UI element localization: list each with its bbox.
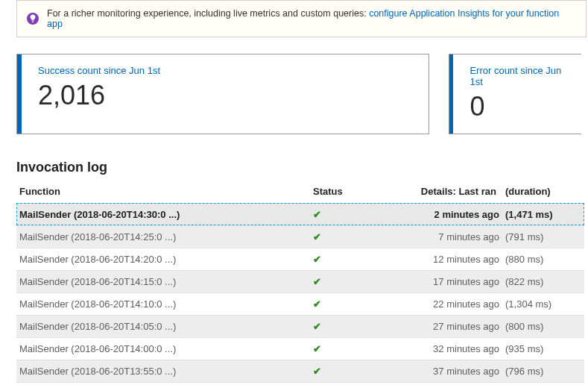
cell-duration: (796 ms) <box>502 360 584 382</box>
check-icon: ✔ <box>313 366 321 377</box>
cell-function: MailSender (2018-06-20T14:30:0 ...) <box>16 203 310 225</box>
check-icon: ✔ <box>313 276 321 287</box>
cell-duration: (935 ms) <box>502 337 584 360</box>
cell-duration: (791 ms) <box>502 225 584 248</box>
svg-rect-1 <box>32 20 34 21</box>
check-icon: ✔ <box>313 298 321 310</box>
table-row[interactable]: MailSender (2018-06-20T14:25:0 ...)✔7 mi… <box>16 225 584 248</box>
cell-function: MailSender (2018-06-20T14:00:0 ...) <box>16 337 310 360</box>
header-last-ran[interactable]: Details: Last ran <box>359 181 502 204</box>
cell-last-ran: 17 minutes ago <box>359 270 502 292</box>
cell-status: ✔ <box>310 315 359 337</box>
cell-status: ✔ <box>310 337 359 360</box>
cell-function: MailSender (2018-06-20T14:10:0 ...) <box>16 292 310 315</box>
cell-last-ran: 27 minutes ago <box>359 315 502 337</box>
cell-status: ✔ <box>310 382 359 385</box>
cell-status: ✔ <box>310 248 359 270</box>
check-icon: ✔ <box>313 321 321 332</box>
check-icon: ✔ <box>313 209 321 220</box>
success-count-label: Success count since Jun 1st <box>38 65 160 76</box>
cell-duration: (800 ms) <box>502 315 584 337</box>
cell-last-ran: 32 minutes ago <box>359 337 502 360</box>
cell-last-ran: 42 minutes ago <box>359 382 502 385</box>
success-count-card[interactable]: Success count since Jun 1st 2,016 <box>16 54 429 134</box>
table-row[interactable]: MailSender (2018-06-20T14:00:0 ...)✔32 m… <box>16 337 584 360</box>
cell-status: ✔ <box>310 225 359 248</box>
check-icon: ✔ <box>313 343 321 354</box>
error-count-card[interactable]: Error count since Jun 1st 0 <box>449 54 581 134</box>
table-row[interactable]: MailSender (2018-06-20T14:20:0 ...)✔12 m… <box>16 248 584 270</box>
cell-function: MailSender (2018-06-20T14:25:0 ...) <box>16 225 310 248</box>
cell-duration: (1,471 ms) <box>502 203 584 225</box>
banner-message: For a richer monitoring experience, incl… <box>47 8 369 19</box>
error-count-value: 0 <box>470 92 566 122</box>
cell-duration: (822 ms) <box>502 270 584 292</box>
table-row[interactable]: MailSender (2018-06-20T14:15:0 ...)✔17 m… <box>16 270 584 292</box>
cell-status: ✔ <box>310 203 359 225</box>
cell-duration: (1,304 ms) <box>502 292 584 315</box>
table-row[interactable]: MailSender (2018-06-20T14:10:0 ...)✔22 m… <box>16 292 584 315</box>
lightbulb-icon <box>26 12 39 25</box>
table-row[interactable]: MailSender (2018-06-20T14:30:0 ...)✔2 mi… <box>16 203 584 225</box>
table-row[interactable]: MailSender (2018-06-20T14:05:0 ...)✔27 m… <box>16 315 584 337</box>
cell-last-ran: 2 minutes ago <box>359 203 502 225</box>
invocation-log-table: Function Status Details: Last ran (durat… <box>16 181 584 385</box>
cell-function: MailSender (2018-06-20T14:05:0 ...) <box>16 315 310 337</box>
cell-status: ✔ <box>310 292 359 315</box>
cell-last-ran: 22 minutes ago <box>359 292 502 315</box>
cell-duration: (880 ms) <box>502 248 584 270</box>
cell-last-ran: 12 minutes ago <box>359 248 502 270</box>
banner-text: For a richer monitoring experience, incl… <box>47 8 577 29</box>
cell-function: MailSender (2018-06-20T14:20:0 ...) <box>16 248 310 270</box>
invocation-log-title: Invocation log <box>16 160 588 175</box>
cell-status: ✔ <box>310 360 359 382</box>
cell-duration: (1,300 ms) <box>502 382 584 385</box>
metric-cards: Success count since Jun 1st 2,016 Error … <box>16 54 588 134</box>
table-header-row: Function Status Details: Last ran (durat… <box>16 181 584 204</box>
header-function[interactable]: Function <box>16 181 310 204</box>
cell-function: MailSender (2018-06-20T13:50:0 ...) <box>16 382 310 385</box>
header-duration[interactable]: (duration) <box>502 181 584 204</box>
check-icon: ✔ <box>313 231 321 242</box>
cell-function: MailSender (2018-06-20T13:55:0 ...) <box>16 360 310 382</box>
cell-last-ran: 37 minutes ago <box>359 360 502 382</box>
cell-status: ✔ <box>310 270 359 292</box>
cell-function: MailSender (2018-06-20T14:15:0 ...) <box>16 270 310 292</box>
app-insights-banner: For a richer monitoring experience, incl… <box>16 0 587 37</box>
cell-last-ran: 7 minutes ago <box>359 225 502 248</box>
error-count-label: Error count since Jun 1st <box>470 65 566 87</box>
success-count-value: 2,016 <box>38 81 160 110</box>
svg-rect-2 <box>32 22 34 22</box>
check-icon: ✔ <box>313 254 321 265</box>
table-row[interactable]: MailSender (2018-06-20T13:55:0 ...)✔37 m… <box>16 360 584 382</box>
table-row[interactable]: MailSender (2018-06-20T13:50:0 ...)✔42 m… <box>16 382 584 385</box>
header-status[interactable]: Status <box>310 181 359 204</box>
